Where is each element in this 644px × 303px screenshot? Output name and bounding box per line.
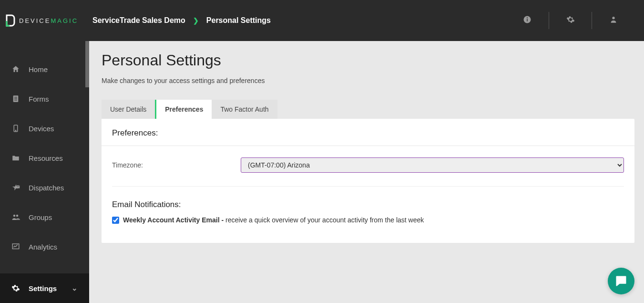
- svg-point-9: [15, 130, 16, 131]
- chat-launcher[interactable]: [608, 268, 634, 294]
- user-icon[interactable]: [610, 15, 617, 26]
- breadcrumb-org[interactable]: ServiceTrade Sales Demo: [92, 16, 185, 25]
- devicemagic-logo-icon: [5, 14, 15, 27]
- gear-icon: [11, 284, 20, 293]
- sidebar-item-dispatches[interactable]: Dispatches: [0, 173, 89, 202]
- sidebar-item-label: Devices: [29, 125, 54, 133]
- svg-rect-7: [14, 100, 17, 100]
- weekly-email-checkbox[interactable]: [112, 217, 119, 224]
- svg-rect-6: [14, 98, 17, 99]
- devices-icon: [11, 124, 20, 133]
- svg-point-3: [612, 17, 614, 19]
- info-icon[interactable]: [523, 15, 532, 26]
- preferences-panel: Preferences: Timezone: (GMT-07:00) Arizo…: [102, 119, 634, 243]
- svg-point-2: [527, 17, 528, 18]
- breadcrumb: ServiceTrade Sales Demo ❯ Personal Setti…: [92, 16, 271, 25]
- home-icon: [11, 65, 20, 73]
- top-header: DEVICEMAGIC ServiceTrade Sales Demo ❯ Pe…: [0, 0, 644, 41]
- sidebar-item-groups[interactable]: Groups: [0, 202, 89, 232]
- svg-point-11: [13, 215, 16, 217]
- sidebar-item-label: Resources: [29, 154, 63, 162]
- tab-two-factor[interactable]: Two Factor Auth: [212, 100, 277, 119]
- main-content: Personal Settings Make changes to your a…: [89, 41, 644, 303]
- timezone-row: Timezone: (GMT-07:00) Arizona: [112, 157, 624, 187]
- sidebar: Home Forms Devices Resources Dispatches …: [0, 41, 89, 303]
- sidebar-scrollbar[interactable]: [85, 41, 89, 87]
- analytics-icon: [11, 242, 20, 251]
- tabs: User Details Preferences Two Factor Auth: [102, 100, 277, 119]
- sidebar-item-resources[interactable]: Resources: [0, 143, 89, 173]
- page-title: Personal Settings: [102, 52, 634, 69]
- svg-rect-1: [527, 19, 528, 21]
- sidebar-item-label: Dispatches: [29, 184, 64, 192]
- sidebar-item-label: Forms: [29, 95, 49, 103]
- page-subtitle: Make changes to your access settings and…: [102, 77, 634, 84]
- timezone-label: Timezone:: [112, 161, 231, 169]
- sidebar-item-devices[interactable]: Devices: [0, 114, 89, 143]
- annotation-arrow-icon: [637, 173, 644, 259]
- weekly-email-text: Weekly Account Activity Email - receive …: [123, 216, 424, 224]
- chevron-right-icon: ❯: [193, 17, 199, 24]
- timezone-select[interactable]: (GMT-07:00) Arizona: [241, 157, 624, 173]
- sidebar-item-label: Settings: [29, 284, 57, 293]
- weekly-email-row[interactable]: Weekly Account Activity Email - receive …: [112, 216, 624, 224]
- svg-rect-5: [14, 97, 17, 97]
- sidebar-item-forms[interactable]: Forms: [0, 84, 89, 114]
- sidebar-item-analytics[interactable]: Analytics: [0, 232, 89, 261]
- gear-icon[interactable]: [566, 15, 575, 26]
- chat-icon: [614, 274, 628, 288]
- tab-preferences[interactable]: Preferences: [155, 100, 212, 119]
- svg-point-12: [16, 215, 19, 217]
- logo-text: DEVICEMAGIC: [19, 17, 78, 24]
- logo[interactable]: DEVICEMAGIC: [5, 14, 78, 27]
- dispatch-icon: [11, 183, 20, 192]
- sidebar-item-settings[interactable]: Settings ⌄: [0, 273, 89, 303]
- breadcrumb-page: Personal Settings: [206, 16, 271, 25]
- sidebar-item-label: Analytics: [29, 243, 57, 251]
- sidebar-item-label: Home: [29, 65, 48, 73]
- tab-user-details[interactable]: User Details: [102, 100, 155, 119]
- email-notifications-heading: Email Notifications:: [112, 200, 624, 209]
- header-actions: [506, 12, 634, 29]
- folder-icon: [11, 154, 20, 162]
- chevron-down-icon: ⌄: [72, 284, 78, 293]
- preferences-heading: Preferences:: [112, 128, 624, 138]
- groups-icon: [11, 213, 20, 221]
- sidebar-item-label: Groups: [29, 213, 52, 221]
- divider: [102, 146, 634, 146]
- sidebar-item-home[interactable]: Home: [0, 54, 89, 84]
- forms-icon: [11, 94, 20, 103]
